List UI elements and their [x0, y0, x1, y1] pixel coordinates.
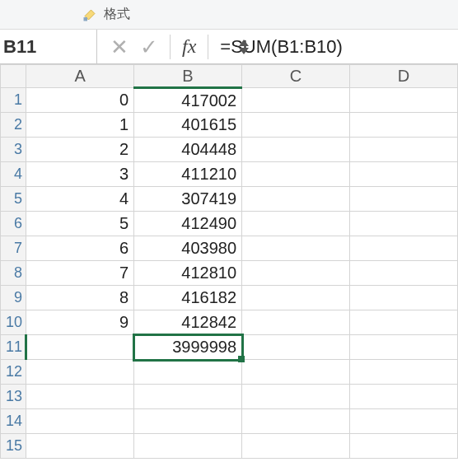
cell-D9[interactable]	[349, 286, 457, 310]
row-header[interactable]: 9	[1, 286, 26, 310]
name-box[interactable]	[0, 30, 97, 63]
table-row: 15	[1, 434, 458, 459]
cell-C4[interactable]	[242, 162, 350, 187]
cell-D10[interactable]	[349, 310, 457, 335]
format-label[interactable]: 格式	[104, 6, 130, 23]
cell-A6[interactable]: 5	[26, 212, 134, 236]
row-header[interactable]: 6	[1, 212, 26, 236]
cell-C15[interactable]	[242, 434, 350, 459]
table-row: 98416182	[1, 286, 458, 310]
table-row: 54307419	[1, 187, 458, 212]
table-row: 65412490	[1, 212, 458, 236]
cell-D15[interactable]	[349, 434, 457, 459]
table-row: 43411210	[1, 162, 458, 187]
cell-D7[interactable]	[349, 236, 457, 261]
cell-C14[interactable]	[242, 409, 350, 434]
cell-C10[interactable]	[242, 310, 350, 335]
row-header[interactable]: 10	[1, 310, 26, 335]
cell-A11[interactable]	[26, 335, 134, 360]
cell-A14[interactable]	[26, 409, 134, 434]
ribbon: 格式	[0, 0, 458, 30]
row-header[interactable]: 4	[1, 162, 26, 187]
cell-D4[interactable]	[349, 162, 457, 187]
cell-A1[interactable]: 0	[26, 88, 134, 113]
cell-B13[interactable]	[134, 385, 242, 409]
cell-D12[interactable]	[349, 360, 457, 385]
cell-C8[interactable]	[242, 261, 350, 286]
cell-A8[interactable]: 7	[26, 261, 134, 286]
select-all-corner[interactable]	[1, 65, 26, 88]
cell-A2[interactable]: 1	[26, 113, 134, 138]
col-header-D[interactable]: D	[349, 65, 457, 88]
table-row: 21401615	[1, 113, 458, 138]
row-header[interactable]: 11	[1, 335, 26, 360]
cell-B5[interactable]: 307419	[134, 187, 242, 212]
cell-B12[interactable]	[134, 360, 242, 385]
cell-D14[interactable]	[349, 409, 457, 434]
cell-B4[interactable]: 411210	[134, 162, 242, 187]
row-header[interactable]: 2	[1, 113, 26, 138]
row-header[interactable]: 8	[1, 261, 26, 286]
cell-B14[interactable]	[134, 409, 242, 434]
cell-A9[interactable]: 8	[26, 286, 134, 310]
row-header[interactable]: 13	[1, 385, 26, 409]
cell-C3[interactable]	[242, 138, 350, 162]
table-row: 12	[1, 360, 458, 385]
cell-reference-input[interactable]	[0, 30, 239, 63]
cell-C2[interactable]	[242, 113, 350, 138]
cell-A13[interactable]	[26, 385, 134, 409]
cell-A15[interactable]	[26, 434, 134, 459]
name-box-spinner[interactable]	[239, 40, 249, 54]
cell-B2[interactable]: 401615	[134, 113, 242, 138]
cell-D11[interactable]	[349, 335, 457, 360]
row-header[interactable]: 3	[1, 138, 26, 162]
cell-C1[interactable]	[242, 88, 350, 113]
row-header[interactable]: 1	[1, 88, 26, 113]
cell-B7[interactable]: 403980	[134, 236, 242, 261]
table-row: 109412842	[1, 310, 458, 335]
row-header[interactable]: 7	[1, 236, 26, 261]
cell-C6[interactable]	[242, 212, 350, 236]
cell-A5[interactable]: 4	[26, 187, 134, 212]
cell-D13[interactable]	[349, 385, 457, 409]
cell-B3[interactable]: 404448	[134, 138, 242, 162]
cell-B1[interactable]: 417002	[134, 88, 242, 113]
cell-A12[interactable]	[26, 360, 134, 385]
cell-D5[interactable]	[349, 187, 457, 212]
row-header[interactable]: 14	[1, 409, 26, 434]
cell-A3[interactable]: 2	[26, 138, 134, 162]
chevron-up-icon[interactable]	[239, 40, 249, 46]
col-header-C[interactable]: C	[242, 65, 350, 88]
cell-B10[interactable]: 412842	[134, 310, 242, 335]
cell-C13[interactable]	[242, 385, 350, 409]
row-header[interactable]: 12	[1, 360, 26, 385]
cell-C12[interactable]	[242, 360, 350, 385]
cell-D2[interactable]	[349, 113, 457, 138]
cell-A10[interactable]: 9	[26, 310, 134, 335]
cell-A4[interactable]: 3	[26, 162, 134, 187]
cell-B11[interactable]: 3999998	[134, 335, 242, 360]
col-header-B[interactable]: B	[134, 65, 242, 88]
cell-C11[interactable]	[242, 335, 350, 360]
cell-B9[interactable]: 416182	[134, 286, 242, 310]
cell-A7[interactable]: 6	[26, 236, 134, 261]
row-header[interactable]: 15	[1, 434, 26, 459]
col-header-A[interactable]: A	[26, 65, 134, 88]
cell-B8[interactable]: 412810	[134, 261, 242, 286]
cell-D3[interactable]	[349, 138, 457, 162]
cell-C9[interactable]	[242, 286, 350, 310]
cell-C5[interactable]	[242, 187, 350, 212]
row-header[interactable]: 5	[1, 187, 26, 212]
cell-D6[interactable]	[349, 212, 457, 236]
cell-B15[interactable]	[134, 434, 242, 459]
cell-D8[interactable]	[349, 261, 457, 286]
cell-C7[interactable]	[242, 236, 350, 261]
table-row: 13	[1, 385, 458, 409]
format-brush-icon[interactable]	[82, 7, 97, 22]
spreadsheet-grid[interactable]: A B C D 10417002214016153240444843411210…	[0, 64, 458, 459]
cell-B6[interactable]: 412490	[134, 212, 242, 236]
table-row: 113999998	[1, 335, 458, 360]
cell-D1[interactable]	[349, 88, 457, 113]
table-row: 32404448	[1, 138, 458, 162]
chevron-down-icon[interactable]	[239, 48, 249, 54]
